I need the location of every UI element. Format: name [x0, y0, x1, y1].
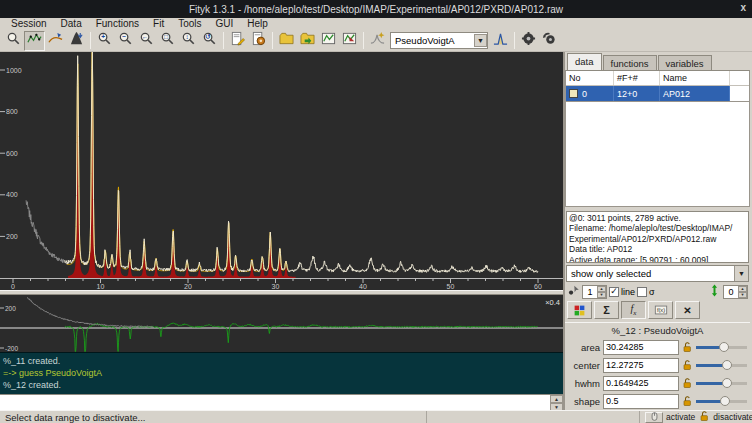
point-size-spinner[interactable]: 1 ▲▼	[582, 285, 607, 299]
main-plot[interactable]: 01020304050602004006008001000	[0, 52, 563, 290]
tab-variables[interactable]: variables	[658, 55, 712, 70]
param-slider-area[interactable]	[696, 341, 747, 353]
svg-text:10: 10	[97, 283, 105, 290]
export-image-button[interactable]	[318, 31, 339, 51]
plot-column: 01020304050602004006008001000 200-200×0.…	[0, 52, 565, 410]
execute-script-button[interactable]	[248, 31, 269, 51]
add-peak-icon	[493, 31, 508, 50]
zoom-previous-icon: ←	[139, 31, 154, 50]
close-icon[interactable]: x	[740, 2, 746, 13]
svg-text:+: +	[101, 33, 105, 40]
data-shift-spinner[interactable]: 0 ▲▼	[723, 285, 748, 299]
delete-button[interactable]: ✕	[675, 301, 700, 319]
data-info-line: Data title: AP012	[569, 244, 746, 254]
param-slider-hwhm[interactable]	[696, 377, 747, 389]
slider-thumb[interactable]	[722, 360, 732, 370]
zoom-out-icon: −	[118, 31, 133, 50]
slider-thumb[interactable]	[719, 342, 729, 352]
zoom-vertical-button[interactable]: ↕	[178, 31, 199, 51]
filter-dropdown-value: show only selected	[571, 268, 651, 279]
zoom-vertical-icon: ↕	[181, 31, 196, 50]
export-image-icon	[321, 31, 336, 50]
mouse-hint-button[interactable]	[645, 412, 663, 423]
fityk-window: Fityk 1.3.1 - /home/aleplo/test/Desktop/…	[0, 0, 752, 423]
svg-text:f(x): f(x)	[656, 307, 664, 313]
zoom-horizontal-button[interactable]: ↺	[199, 31, 220, 51]
line-checkbox[interactable]: ✓	[609, 287, 619, 297]
menu-tools[interactable]: Tools	[171, 18, 208, 30]
zoom-out-button[interactable]: −	[115, 31, 136, 51]
open-data-icon	[279, 31, 294, 50]
menu-data[interactable]: Data	[54, 18, 89, 30]
tab-data[interactable]: data	[567, 53, 602, 70]
dataset-functions-cell: 12+0	[614, 86, 660, 101]
history-up-icon[interactable]: ▲	[550, 395, 563, 403]
auto-add-button[interactable]	[367, 31, 388, 51]
filter-dropdown[interactable]: show only selected ▼	[566, 265, 749, 282]
command-input[interactable]	[0, 395, 550, 410]
param-label-shape: shape	[567, 396, 600, 407]
data-info-line: Active data range: [5.90791 : 60.009]	[569, 255, 746, 263]
menu-fit[interactable]: Fit	[146, 18, 171, 30]
menu-session[interactable]: Session	[4, 18, 54, 30]
lock-open-icon[interactable]	[680, 394, 694, 408]
toolbar-separator	[272, 32, 273, 49]
formula-button[interactable]: f(x)	[648, 301, 673, 319]
param-input-center[interactable]	[603, 358, 679, 373]
open-data-button[interactable]	[276, 31, 297, 51]
param-input-hwhm[interactable]	[603, 376, 679, 391]
edit-script-button[interactable]	[227, 31, 248, 51]
run-fit-button[interactable]	[518, 31, 539, 51]
slider-thumb[interactable]	[722, 378, 732, 388]
function-type-select[interactable]: PseudoVoigtA▼	[390, 32, 488, 49]
param-slider-shape[interactable]	[696, 395, 747, 407]
column-no: No	[566, 71, 614, 85]
title-bar: Fityk 1.3.1 - /home/aleplo/test/Desktop/…	[0, 0, 752, 18]
zoom-previous-button[interactable]: ←	[136, 31, 157, 51]
menu-gui[interactable]: GUI	[209, 18, 241, 30]
lock-open-icon[interactable]	[680, 340, 694, 354]
undo-fit-icon	[542, 31, 557, 50]
save-session-button[interactable]	[339, 31, 360, 51]
param-input-area[interactable]	[603, 340, 679, 355]
chevron-down-icon[interactable]: ▼	[474, 34, 487, 47]
sum-button[interactable]: Σ	[594, 301, 619, 319]
lock-open-icon[interactable]	[680, 358, 694, 372]
toolbar: +−←□↕↺PseudoVoigtA▼	[0, 30, 752, 52]
log-line: =-> guess PseudoVoigtA	[3, 367, 560, 379]
param-slider-center[interactable]	[696, 359, 747, 371]
toolbar-separator	[223, 32, 224, 49]
spin-down-icon[interactable]: ▼	[738, 292, 747, 298]
slider-thumb[interactable]	[720, 396, 730, 406]
dataset-row[interactable]: 012+0AP012	[566, 86, 749, 101]
add-peak-mode-button[interactable]	[66, 31, 87, 51]
functions-button[interactable]: fx	[621, 301, 646, 319]
undo-fit-button[interactable]	[539, 31, 560, 51]
edit-script-icon	[230, 31, 245, 50]
palette-button[interactable]	[567, 301, 592, 319]
chevron-down-icon[interactable]: ▼	[734, 266, 748, 281]
add-peak-button[interactable]	[490, 31, 511, 51]
menu-functions[interactable]: Functions	[89, 18, 146, 30]
sigma-checkbox[interactable]	[637, 287, 647, 297]
zoom-in-button[interactable]: +	[94, 31, 115, 51]
param-label-hwhm: hwhm	[567, 378, 600, 389]
divider	[565, 322, 750, 323]
svg-text:↺: ↺	[205, 33, 211, 40]
data-color-swatch[interactable]	[569, 89, 578, 98]
zoom-mode-icon	[6, 31, 21, 50]
svg-text:20: 20	[184, 283, 192, 290]
zoom-mode-button[interactable]	[3, 31, 24, 51]
data-range-mode-button[interactable]	[24, 31, 45, 51]
menu-help[interactable]: Help	[240, 18, 275, 30]
open-session-button[interactable]	[297, 31, 318, 51]
zoom-all-button[interactable]: □	[157, 31, 178, 51]
spin-down-icon[interactable]: ▼	[597, 292, 606, 298]
baseline-mode-button[interactable]	[45, 31, 66, 51]
tab-functions[interactable]: functions	[603, 55, 657, 70]
lock-open-icon[interactable]	[680, 376, 694, 390]
param-input-shape[interactable]	[603, 394, 679, 409]
dataset-list-area[interactable]	[565, 102, 750, 207]
residual-plot[interactable]: 200-200×0.4	[0, 295, 563, 352]
line-checkbox-label: line	[621, 287, 635, 297]
